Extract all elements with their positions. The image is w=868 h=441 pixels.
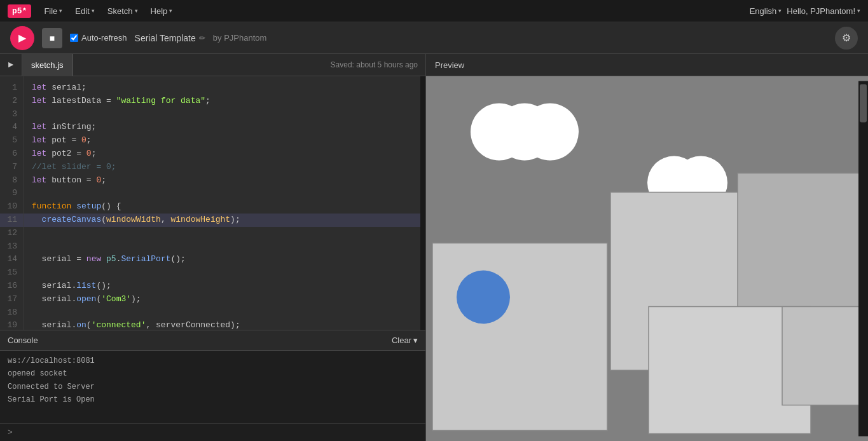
toolbar: ▶ ■ Auto-refresh Serial Template ✏ by PJ… xyxy=(0,22,868,54)
preview-canvas xyxy=(426,76,868,441)
svg-rect-8 xyxy=(432,243,607,431)
code-content[interactable]: let serial; let latestData = "waiting fo… xyxy=(24,76,420,330)
edit-sketch-icon[interactable]: ✏ xyxy=(199,34,205,43)
svg-point-3 xyxy=(521,104,579,161)
edit-menu[interactable]: Edit ▾ xyxy=(70,4,99,18)
file-tabbar: ► sketch.js Saved: about 5 hours ago xyxy=(0,54,425,76)
settings-button[interactable]: ⚙ xyxy=(835,27,858,50)
nav-left: p5* File ▾ Edit ▾ Sketch ▾ Help ▾ xyxy=(8,4,177,18)
editor-scrollbar[interactable] xyxy=(420,76,425,330)
language-selector[interactable]: English ▾ xyxy=(750,6,782,16)
expand-button[interactable]: ► xyxy=(0,54,22,76)
auto-refresh-checkbox[interactable] xyxy=(70,34,78,42)
language-arrow: ▾ xyxy=(778,8,782,14)
code-editor[interactable]: 12345 678910 11 12131415 1617181920 let … xyxy=(0,76,425,330)
console-panel: Console Clear ▾ ws://localhost:8081 open… xyxy=(0,330,425,441)
clear-console-button[interactable]: Clear ▾ xyxy=(392,336,418,345)
file-menu-arrow: ▾ xyxy=(59,8,62,14)
console-input-row: > xyxy=(0,423,425,441)
console-message: Connected to Server xyxy=(8,381,418,393)
user-menu-arrow: ▾ xyxy=(857,8,860,14)
top-navigation: p5* File ▾ Edit ▾ Sketch ▾ Help ▾ Englis… xyxy=(0,0,868,22)
right-panel: Preview xyxy=(426,54,868,441)
preview-header: Preview xyxy=(426,54,868,76)
clear-chevron-icon: ▾ xyxy=(413,336,418,345)
stop-button[interactable]: ■ xyxy=(42,28,62,48)
left-panel: ► sketch.js Saved: about 5 hours ago 123… xyxy=(0,54,426,441)
auto-refresh-label[interactable]: Auto-refresh xyxy=(70,33,127,43)
svg-point-9 xyxy=(457,271,510,324)
p5-logo[interactable]: p5* xyxy=(8,4,31,18)
console-message: opened socket xyxy=(8,367,418,380)
line-numbers: 12345 678910 11 12131415 1617181920 xyxy=(0,76,24,330)
svg-rect-13 xyxy=(860,85,867,123)
console-output: ws://localhost:8081 opened socket Connec… xyxy=(0,351,425,423)
editor-area: ► sketch.js Saved: about 5 hours ago 123… xyxy=(0,54,868,441)
nav-right: English ▾ Hello, PJPhantom! ▾ xyxy=(750,6,860,16)
file-menu[interactable]: File ▾ xyxy=(39,4,67,18)
preview-title: Preview xyxy=(435,60,464,70)
help-menu[interactable]: Help ▾ xyxy=(146,4,178,18)
console-prompt: > xyxy=(8,428,13,437)
sketch-menu[interactable]: Sketch ▾ xyxy=(102,4,143,18)
console-header: Console Clear ▾ xyxy=(0,330,425,351)
play-button[interactable]: ▶ xyxy=(10,26,34,50)
toolbar-right: ⚙ xyxy=(835,27,858,50)
author-label: by PJPhantom xyxy=(213,33,267,43)
svg-rect-12 xyxy=(858,81,868,437)
preview-svg xyxy=(426,76,868,441)
console-title: Console xyxy=(8,336,38,345)
svg-rect-11 xyxy=(782,307,868,405)
sketch-menu-arrow: ▾ xyxy=(135,8,138,14)
console-message: Serial Port is Open xyxy=(8,393,418,406)
help-menu-arrow: ▾ xyxy=(169,8,172,14)
console-message: ws://localhost:8081 xyxy=(8,355,418,367)
sketch-js-tab[interactable]: sketch.js xyxy=(22,54,73,76)
user-menu[interactable]: Hello, PJPhantom! ▾ xyxy=(787,6,860,16)
sketch-title: Serial Template ✏ xyxy=(135,33,205,43)
console-input[interactable] xyxy=(17,428,418,437)
edit-menu-arrow: ▾ xyxy=(92,8,95,14)
save-status: Saved: about 5 hours ago xyxy=(331,60,425,69)
